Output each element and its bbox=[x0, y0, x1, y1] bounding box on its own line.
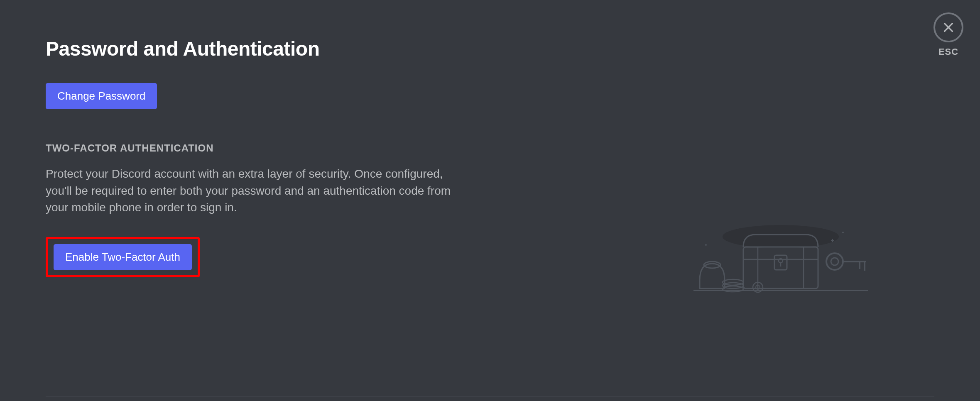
enable-two-factor-button[interactable]: Enable Two-Factor Auth bbox=[54, 244, 192, 270]
close-icon bbox=[933, 12, 963, 42]
svg-point-16 bbox=[826, 253, 843, 270]
treasure-chest-illustration bbox=[693, 224, 868, 296]
two-factor-description: Protect your Discord account with an ext… bbox=[46, 166, 461, 216]
change-password-button[interactable]: Change Password bbox=[46, 83, 157, 109]
svg-point-17 bbox=[831, 258, 838, 265]
svg-point-23 bbox=[705, 244, 707, 246]
two-factor-section-header: TWO-FACTOR AUTHENTICATION bbox=[46, 142, 577, 154]
settings-content: Password and Authentication Change Passw… bbox=[0, 0, 623, 277]
svg-point-2 bbox=[723, 225, 839, 248]
page-title: Password and Authentication bbox=[46, 37, 577, 60]
svg-rect-3 bbox=[743, 247, 818, 289]
section-divider bbox=[46, 396, 934, 397]
close-button[interactable]: ESC bbox=[933, 12, 963, 57]
highlight-annotation: Enable Two-Factor Auth bbox=[46, 237, 200, 277]
svg-point-22 bbox=[842, 232, 844, 233]
close-label: ESC bbox=[938, 46, 958, 57]
